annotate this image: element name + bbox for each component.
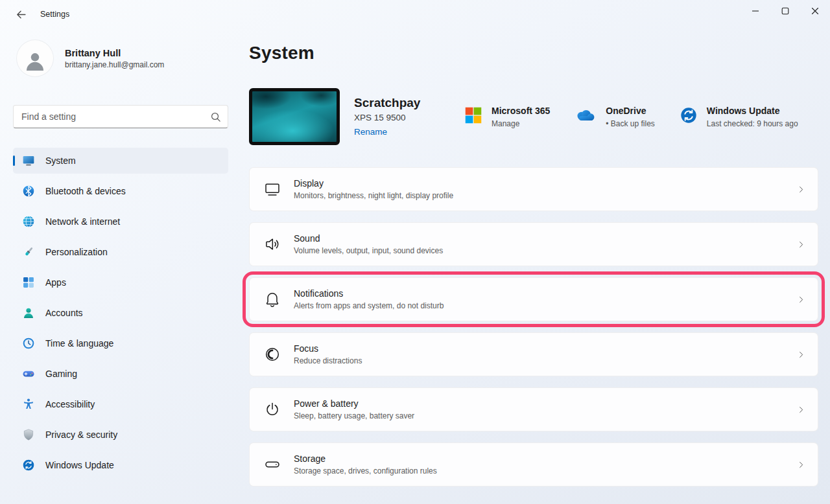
onedrive-card[interactable]: OneDrive • Back up files <box>575 106 655 128</box>
main-content: System Scratchpay XPS 15 9500 Rename Mic… <box>249 29 818 487</box>
sidebar-nav: System Bluetooth & devices Network & int… <box>13 148 228 478</box>
device-model: XPS 15 9500 <box>354 113 440 122</box>
row-text: Display Monitors, brightness, night ligh… <box>294 178 453 200</box>
maximize-icon <box>781 7 789 15</box>
chevron-right-icon <box>796 350 806 360</box>
sidebar-item-label: Time & language <box>45 338 113 349</box>
settings-row-wrap: Focus Reduce distractions <box>249 332 818 376</box>
row-title: Sound <box>294 233 443 244</box>
bluetooth-icon <box>22 185 35 198</box>
row-text: Notifications Alerts from apps and syste… <box>294 288 444 310</box>
storage-drive-icon <box>264 456 281 473</box>
windows-update-icon <box>680 106 698 124</box>
sidebar-item-bluetooth-devices[interactable]: Bluetooth & devices <box>13 178 228 204</box>
row-text: Focus Reduce distractions <box>294 343 362 365</box>
person-icon <box>24 45 46 72</box>
minimize-icon <box>752 7 759 15</box>
user-name: Brittany Hull <box>65 48 164 58</box>
focus-icon <box>264 346 281 363</box>
windows-update-icon <box>22 459 35 472</box>
card-subtitle: • Back up files <box>606 119 655 128</box>
row-title: Storage <box>294 453 437 464</box>
sidebar-item-label: Accessibility <box>45 399 95 409</box>
close-button[interactable] <box>800 0 830 22</box>
card-title: OneDrive <box>606 106 655 116</box>
chevron-right-icon <box>796 405 806 415</box>
back-arrow-icon <box>16 9 27 20</box>
sidebar-item-accounts[interactable]: Accounts <box>13 300 228 326</box>
onedrive-text: OneDrive • Back up files <box>606 106 655 128</box>
windows-update-card[interactable]: Windows Update Last checked: 9 hours ago <box>680 106 798 128</box>
sidebar-item-label: Gaming <box>45 369 77 379</box>
device-overview: Scratchpay XPS 15 9500 Rename Microsoft … <box>249 88 818 145</box>
power-icon <box>264 401 281 418</box>
microsoft-365-text: Microsoft 365 Manage <box>492 106 550 128</box>
card-title: Microsoft 365 <box>492 106 550 116</box>
sidebar-item-windows-update[interactable]: Windows Update <box>13 452 228 478</box>
maximize-button[interactable] <box>770 0 800 22</box>
settings-row-wrap: Display Monitors, brightness, night ligh… <box>249 167 818 211</box>
row-title: Power & battery <box>294 398 414 409</box>
sidebar-item-label: Accounts <box>45 308 83 318</box>
sidebar-item-time-language[interactable]: Time & language <box>13 330 228 356</box>
apps-grid-icon <box>22 276 35 289</box>
sidebar-item-label: Personalization <box>45 247 108 257</box>
row-subtitle: Volume levels, output, input, sound devi… <box>294 246 443 255</box>
chevron-right-icon <box>796 185 806 194</box>
sidebar-item-apps[interactable]: Apps <box>13 269 228 295</box>
sidebar-item-personalization[interactable]: Personalization <box>13 239 228 265</box>
accounts-person-icon <box>22 306 35 319</box>
device-name: Scratchpay <box>354 96 440 110</box>
settings-window: Settings <box>0 0 830 29</box>
card-title: Windows Update <box>707 106 798 116</box>
window-controls <box>741 0 830 22</box>
accessibility-person-icon <box>22 398 35 411</box>
row-subtitle: Reduce distractions <box>294 356 362 365</box>
back-button[interactable] <box>10 5 31 24</box>
sidebar-item-gaming[interactable]: Gaming <box>13 361 228 387</box>
minimize-button[interactable] <box>741 0 770 22</box>
sidebar-item-accessibility[interactable]: Accessibility <box>13 391 228 417</box>
row-subtitle: Sleep, battery usage, battery saver <box>294 411 414 420</box>
chevron-right-icon <box>796 295 806 304</box>
user-text: Brittany Hull brittany.jane.hull@gmail.c… <box>65 48 164 69</box>
notifications-bell-icon <box>264 291 281 308</box>
search-input[interactable] <box>14 106 228 128</box>
game-controller-icon <box>22 367 35 380</box>
chevron-right-icon <box>796 240 806 249</box>
microsoft-365-card[interactable]: Microsoft 365 Manage <box>464 106 550 128</box>
device-info: Scratchpay XPS 15 9500 Rename <box>354 96 440 137</box>
sound-speaker-icon <box>264 236 281 253</box>
settings-row-display[interactable]: Display Monitors, brightness, night ligh… <box>249 167 818 211</box>
sidebar: Brittany Hull brittany.jane.hull@gmail.c… <box>0 29 239 483</box>
row-title: Notifications <box>294 288 444 299</box>
row-title: Display <box>294 178 453 189</box>
settings-row-focus[interactable]: Focus Reduce distractions <box>249 332 818 376</box>
sidebar-item-label: Bluetooth & devices <box>45 186 126 196</box>
row-subtitle: Monitors, brightness, night light, displ… <box>294 191 453 200</box>
row-title: Focus <box>294 343 362 354</box>
sidebar-item-system[interactable]: System <box>13 148 228 174</box>
search-icon <box>209 111 222 123</box>
sidebar-item-network-internet[interactable]: Network & internet <box>13 209 228 235</box>
settings-row-sound[interactable]: Sound Volume levels, output, input, soun… <box>249 222 818 266</box>
chevron-right-icon <box>796 460 806 470</box>
system-icon <box>22 154 35 167</box>
sidebar-item-privacy-security[interactable]: Privacy & security <box>13 422 228 448</box>
row-text: Storage Storage space, drives, configura… <box>294 453 437 475</box>
sidebar-item-label: System <box>45 155 76 166</box>
rename-link[interactable]: Rename <box>354 127 387 137</box>
user-profile[interactable]: Brittany Hull brittany.jane.hull@gmail.c… <box>17 40 228 76</box>
settings-row-wrap: Power & battery Sleep, battery usage, ba… <box>249 387 818 431</box>
settings-row-storage[interactable]: Storage Storage space, drives, configura… <box>249 442 818 487</box>
paintbrush-icon <box>22 246 35 258</box>
user-email: brittany.jane.hull@gmail.com <box>65 60 164 69</box>
settings-row-notifications[interactable]: Notifications Alerts from apps and syste… <box>249 277 818 321</box>
search-box[interactable] <box>13 105 228 128</box>
row-subtitle: Storage space, drives, configuration rul… <box>294 466 437 475</box>
settings-row-power-battery[interactable]: Power & battery Sleep, battery usage, ba… <box>249 387 818 431</box>
device-image <box>249 88 340 145</box>
row-subtitle: Alerts from apps and system, do not dist… <box>294 301 444 310</box>
card-subtitle: Last checked: 9 hours ago <box>707 119 798 128</box>
close-icon <box>811 7 819 15</box>
